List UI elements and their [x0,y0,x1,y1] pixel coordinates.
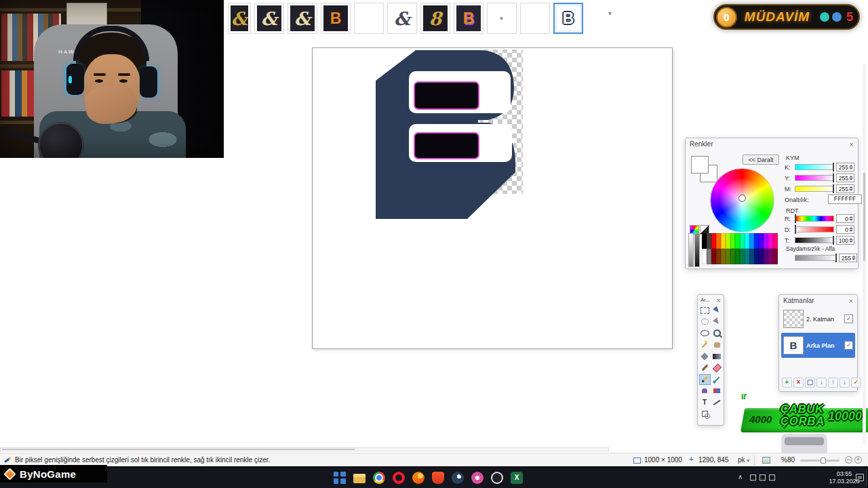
palette-swatch[interactable] [764,249,768,264]
palette-swatch[interactable] [754,233,759,249]
tool-ellipse-select[interactable] [699,328,711,339]
tool-clone-stamp[interactable] [699,386,711,396]
palette-swatch[interactable] [707,233,711,249]
layer-row-2-katman[interactable]: 2. Katman ✓ [781,306,855,331]
palette-swatch[interactable] [711,249,716,264]
palette-swatch[interactable] [716,233,721,249]
palette-swatch[interactable] [730,233,735,249]
collapse-button[interactable]: << Daralt [743,155,779,165]
zoom-slider[interactable] [800,460,840,462]
taskbar-media-app-icon[interactable] [471,472,484,484]
palette-swatch[interactable] [749,249,754,264]
tool-zoom[interactable] [711,328,723,339]
horizontal-scrollbar[interactable] [0,447,609,451]
palette-swatch[interactable] [702,233,707,249]
taskbar-opera-icon[interactable] [393,472,405,484]
layer-visibility-checkbox[interactable]: ✓ [844,341,853,350]
close-icon[interactable]: × [850,140,854,148]
palette-swatch[interactable] [721,249,726,264]
palette-swatch[interactable] [749,233,754,249]
color-wheel[interactable] [710,168,774,232]
tool-text[interactable]: T [699,397,711,408]
tool-gradient[interactable] [711,351,723,362]
tool-lasso-select[interactable] [699,317,711,327]
add-layer-button[interactable]: + [782,378,792,388]
show-desktop-button[interactable] [866,470,867,486]
tray-icon-2[interactable] [760,474,766,481]
delete-layer-button[interactable]: × [793,378,804,388]
image-thumbnail-mostly-blank[interactable]: · [487,3,517,34]
close-icon[interactable]: × [717,296,721,304]
palette-swatch[interactable] [768,249,773,264]
palette-swatch[interactable] [773,233,778,249]
palette-swatch[interactable] [759,249,764,264]
image-thumbnail-letter-b-orange[interactable]: B [321,3,351,34]
palette-swatch[interactable] [711,233,716,249]
tray-expand-icon[interactable]: ∧ [738,473,743,481]
value-strip[interactable] [688,233,694,267]
hsv-slider-0[interactable]: R:0 [785,214,854,223]
tool-recolor[interactable] [711,386,723,396]
palette-swatch[interactable] [759,233,764,249]
palette-swatch[interactable] [764,233,768,249]
drawing-canvas[interactable] [312,47,673,349]
tool-shapes[interactable] [699,409,711,420]
zoom-out-icon[interactable]: − [845,456,852,464]
palette-swatch[interactable] [740,249,745,264]
action-center-icon[interactable] [856,474,864,481]
move-layer-up-button[interactable]: ↑ [828,378,838,388]
tool-pencil[interactable] [699,374,711,385]
image-thumbnail-double-ring[interactable]: 8 [420,3,450,34]
palette-swatch[interactable] [721,233,726,249]
chevron-down-icon[interactable]: ▾ [608,9,612,17]
palette-swatch[interactable] [702,249,707,264]
image-thumbnail-blank[interactable] [354,3,384,34]
move-layer-down-button[interactable]: ↓ [840,378,850,388]
tool-paintbrush[interactable] [699,363,711,373]
tool-paint-bucket[interactable] [699,351,711,362]
alpha-slider[interactable]: 255 [785,253,857,262]
palette-swatch[interactable] [768,233,773,249]
rgb-slider-1[interactable]: Y:255 [785,174,854,182]
taskbar-firefox-icon[interactable] [412,472,425,484]
merge-layer-down-button[interactable]: ↓ [816,378,827,388]
palette-swatch[interactable] [754,249,759,264]
zoom-slider-thumb[interactable] [821,458,826,464]
tool-move-selected-pixels[interactable] [711,305,723,316]
tool-color-picker[interactable] [711,374,723,385]
palette-swatch[interactable] [735,249,740,264]
taskbar-chrome-icon[interactable] [373,472,385,484]
image-thumbnail-blank-2[interactable] [520,3,550,34]
rgb-slider-2[interactable]: M:255 [785,184,854,193]
taskbar-task-view-icon[interactable] [334,472,346,484]
primary-color-swatch[interactable] [691,156,709,174]
image-thumbnail-clef-gold[interactable]: & [228,3,251,34]
tool-eraser[interactable] [711,363,723,373]
palette-swatch[interactable] [745,249,749,264]
palette-swatch[interactable] [726,233,730,249]
palette-swatch[interactable] [716,249,721,264]
tool-pan[interactable] [711,340,723,350]
image-thumbnail-clef-cream-2[interactable]: & [288,3,317,34]
hex-input[interactable] [828,195,862,204]
tool-move-selection[interactable] [711,317,723,327]
palette-swatch[interactable] [735,233,740,249]
layer-visibility-checkbox[interactable]: ✓ [844,314,853,323]
taskbar-file-explorer-icon[interactable] [353,474,366,483]
vertical-scrollbar[interactable] [863,64,866,444]
close-icon[interactable]: × [849,297,853,305]
image-thumbnail-letter-b-purple[interactable]: B [454,3,484,34]
zoom-in-icon[interactable]: + [854,456,862,464]
image-thumbnail-clef-outline[interactable]: & [387,3,417,34]
hsv-slider-1[interactable]: D:0 [785,225,854,234]
shade-strip[interactable] [694,233,700,267]
tray-icon-3[interactable] [769,474,775,481]
duplicate-layer-button[interactable]: ▢ [805,378,815,388]
tray-icon-1[interactable] [750,474,756,481]
layer-row-arka-plan[interactable]: B Arka Plan ✓ [781,333,855,358]
palette-swatch[interactable] [726,249,730,264]
taskbar-obs-icon[interactable] [491,472,503,484]
taskbar-excel-icon[interactable]: X [511,472,523,484]
image-thumbnail-clef-cream[interactable]: & [254,3,284,34]
taskbar-brave-icon[interactable] [432,472,444,484]
